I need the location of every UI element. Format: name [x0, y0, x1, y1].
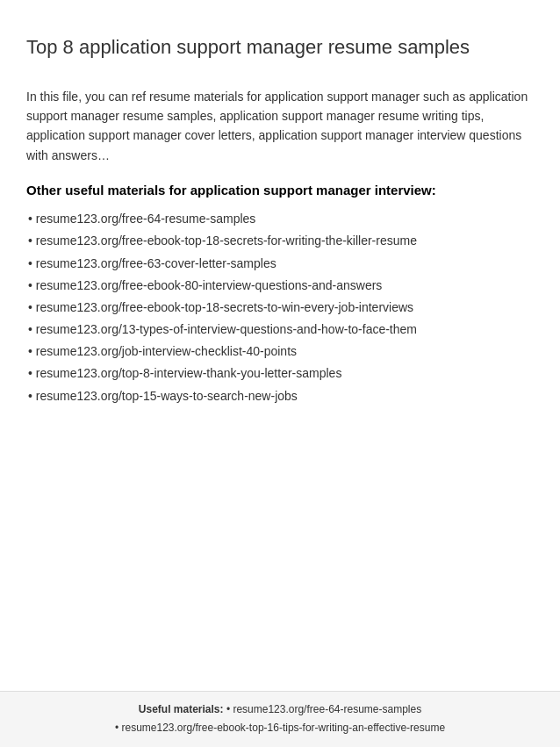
main-content: Top 8 application support manager resume…	[0, 0, 560, 691]
list-item: resume123.org/free-64-resume-samples	[26, 208, 534, 230]
list-item: resume123.org/top-15-ways-to-search-new-…	[26, 385, 534, 407]
links-list: resume123.org/free-64-resume-samplesresu…	[26, 208, 534, 407]
page-container: Top 8 application support manager resume…	[0, 0, 560, 747]
list-item: resume123.org/free-ebook-top-18-secrets-…	[26, 230, 534, 252]
list-item: resume123.org/free-ebook-top-18-secrets-…	[26, 297, 534, 319]
list-item: resume123.org/13-types-of-interview-ques…	[26, 319, 534, 341]
list-item: resume123.org/free-63-cover-letter-sampl…	[26, 253, 534, 275]
list-item: resume123.org/free-ebook-80-interview-qu…	[26, 275, 534, 297]
footer-label: Useful materials:	[139, 703, 224, 715]
footer-text: Useful materials: • resume123.org/free-6…	[18, 700, 542, 738]
intro-paragraph: In this file, you can ref resume materia…	[26, 87, 534, 166]
section-heading: Other useful materials for application s…	[26, 181, 534, 199]
footer-bar: Useful materials: • resume123.org/free-6…	[0, 691, 560, 747]
page-title: Top 8 application support manager resume…	[26, 35, 534, 61]
list-item: resume123.org/job-interview-checklist-40…	[26, 341, 534, 363]
footer-link2: • resume123.org/free-ebook-top-16-tips-f…	[115, 722, 445, 734]
list-item: resume123.org/top-8-interview-thank-you-…	[26, 363, 534, 384]
footer-link1: • resume123.org/free-64-resume-samples	[226, 703, 421, 715]
